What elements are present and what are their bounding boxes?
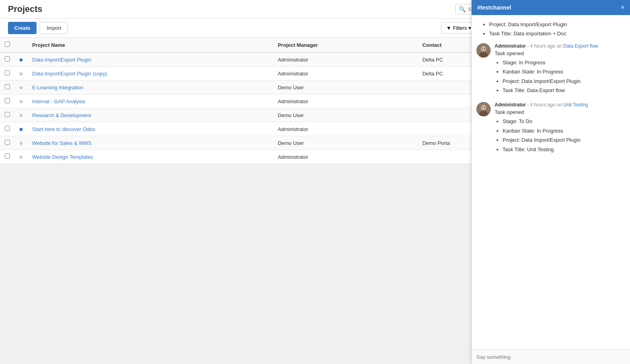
row-manager-7: Administrator — [273, 150, 418, 164]
row-manager-2: Demo User — [273, 81, 418, 94]
row-project-name-2[interactable]: E-Learning Integration — [27, 81, 273, 94]
row-checkbox-0[interactable] — [5, 56, 10, 62]
message-task-link-1[interactable]: Unit Testing — [563, 102, 588, 108]
message-text-1: Task opened — [495, 109, 625, 115]
page-title: Projects — [8, 4, 42, 14]
message-list-0: Stage: In Progress Kanban State: In Prog… — [495, 58, 625, 95]
row-dot-7 — [19, 156, 23, 159]
list-item-0-0: Stage: In Progress — [503, 58, 625, 67]
chat-input[interactable] — [476, 354, 625, 360]
list-item-1-2: Project: Data Import/Export Plugin — [503, 135, 625, 144]
row-project-name-3[interactable]: Internal - GAP Analysis — [27, 94, 273, 108]
message-task-link-0[interactable]: Data Export flow — [563, 43, 598, 49]
svg-point-11 — [484, 107, 485, 108]
row-checkbox-1[interactable] — [5, 70, 10, 75]
message-body-1: Administrator - 4 hours ago on Unit Test… — [495, 102, 625, 154]
partial-top-message: Project: Data Import/Export Plugin Task … — [476, 20, 625, 43]
row-checkbox-2[interactable] — [5, 84, 10, 89]
row-checkbox-cell[interactable] — [0, 52, 15, 67]
chat-header: #testchannel × — [472, 0, 630, 15]
row-dot-cell-2 — [15, 81, 27, 94]
row-checkbox-5[interactable] — [5, 126, 10, 131]
list-item-1-3: Task Title: Unit Testing — [503, 145, 625, 154]
create-button[interactable]: Create — [8, 22, 37, 34]
message-author-1: Administrator — [495, 102, 526, 108]
row-project-name-4[interactable]: Research & Development — [27, 108, 273, 122]
row-dot-cell-0 — [15, 52, 27, 67]
row-dot-1 — [19, 72, 23, 75]
row-project-name-5[interactable]: Start here to discover Odoo — [27, 122, 273, 136]
row-dot-cell-4 — [15, 108, 27, 122]
message-meta-1: Administrator - 4 hours ago on Unit Test… — [495, 102, 625, 108]
row-project-name-7[interactable]: Website Design Templates — [27, 150, 273, 164]
row-dot-5 — [19, 128, 23, 131]
search-icon: 🔍 — [459, 6, 466, 12]
filters-label: Filters — [453, 25, 467, 31]
row-checkbox-3[interactable] — [5, 98, 10, 103]
chat-messages[interactable]: Project: Data Import/Export Plugin Task … — [472, 15, 630, 350]
message-text-0: Task opened — [495, 50, 625, 56]
header-project-manager: Project Manager — [273, 38, 418, 52]
select-all-checkbox[interactable] — [5, 42, 10, 47]
row-checkbox-7[interactable] — [5, 154, 10, 159]
partial-top-list: Project: Data Import/Export Plugin Task … — [481, 20, 620, 39]
row-manager-1: Administrator — [273, 67, 418, 81]
row-checkbox-cell[interactable] — [0, 122, 15, 136]
row-dot-cell-3 — [15, 94, 27, 108]
chat-message-0: Administrator - 4 hours ago on Data Expo… — [476, 43, 625, 95]
row-dot-cell-5 — [15, 122, 27, 136]
avatar-1 — [476, 102, 491, 116]
row-dot-4 — [19, 114, 23, 117]
row-manager-4: Demo User — [273, 108, 418, 122]
header-dot-cell — [15, 38, 27, 52]
row-checkbox-4[interactable] — [5, 112, 10, 117]
svg-point-10 — [482, 107, 483, 108]
svg-point-4 — [482, 48, 483, 49]
row-project-name-6[interactable]: Website for Sales & WMS — [27, 136, 273, 150]
row-checkbox-cell[interactable] — [0, 136, 15, 150]
row-checkbox-cell[interactable] — [0, 150, 15, 164]
list-item-1-1: Kanban State: In Progress — [503, 126, 625, 135]
list-item-0-1: Kanban State: In Progress — [503, 67, 625, 76]
partial-list-item-1: Task Title: Data importation + Doc — [489, 29, 620, 38]
row-manager-6: Demo User — [273, 136, 418, 150]
filter-icon: ▼ — [446, 25, 451, 31]
row-checkbox-cell[interactable] — [0, 108, 15, 122]
list-item-0-3: Task Title: Data Export flow — [503, 86, 625, 95]
message-time-0: - 4 hours ago on — [527, 43, 563, 49]
row-checkbox-6[interactable] — [5, 140, 10, 145]
row-dot-6 — [19, 142, 23, 145]
row-dot-0 — [19, 58, 23, 62]
row-dot-3 — [19, 100, 23, 103]
row-project-name-1[interactable]: Data Import/Export Plugin (copy) — [27, 67, 273, 81]
message-meta-0: Administrator - 4 hours ago on Data Expo… — [495, 43, 625, 49]
header-checkbox-cell[interactable] — [0, 38, 15, 52]
list-item-0-2: Project: Data Import/Export Plugin — [503, 77, 625, 86]
channel-name: #testchannel — [477, 4, 511, 11]
message-body-0: Administrator - 4 hours ago on Data Expo… — [495, 43, 625, 95]
svg-point-5 — [484, 48, 485, 49]
row-checkbox-cell[interactable] — [0, 81, 15, 94]
chat-message-1: Administrator - 4 hours ago on Unit Test… — [476, 102, 625, 154]
list-item-1-0: Stage: To Do — [503, 117, 625, 126]
import-button[interactable]: Import — [40, 22, 68, 34]
row-checkbox-cell[interactable] — [0, 67, 15, 81]
row-manager-5: Administrator — [273, 122, 418, 136]
row-project-name-0[interactable]: Data Import/Export Plugin — [27, 52, 273, 67]
partial-list-item-0: Project: Data Import/Export Plugin — [489, 20, 620, 29]
message-list-1: Stage: To Do Kanban State: In Progress P… — [495, 117, 625, 154]
row-manager-3: Administrator — [273, 94, 418, 108]
row-manager-0: Administrator — [273, 52, 418, 67]
avatar-0 — [476, 43, 491, 58]
chat-input-area[interactable] — [472, 350, 630, 364]
toolbar-left: Create Import — [8, 22, 68, 34]
row-dot-2 — [19, 86, 23, 89]
row-dot-cell-7 — [15, 150, 27, 164]
message-time-1: - 4 hours ago on — [527, 102, 563, 108]
row-dot-cell-6 — [15, 136, 27, 150]
header-project-name: Project Name — [27, 38, 273, 52]
message-author-0: Administrator — [495, 43, 526, 49]
chat-close-button[interactable]: × — [621, 4, 624, 11]
row-checkbox-cell[interactable] — [0, 94, 15, 108]
row-dot-cell-1 — [15, 67, 27, 81]
